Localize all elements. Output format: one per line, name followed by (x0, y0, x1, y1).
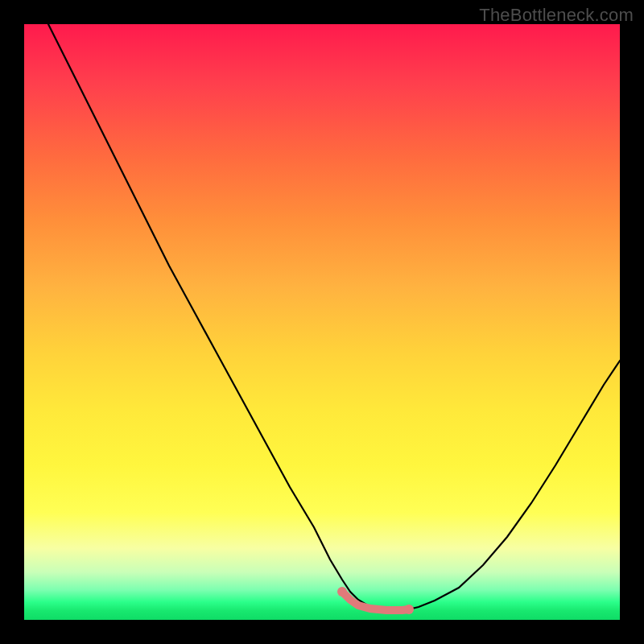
bottleneck-curve (48, 24, 620, 610)
curve-svg (24, 24, 620, 620)
highlight-dot-left (337, 587, 347, 597)
plot-area (24, 24, 620, 620)
highlight-dot-right (404, 605, 414, 614)
outer-frame: TheBottleneck.com (0, 0, 644, 644)
watermark-text: TheBottleneck.com (479, 5, 634, 26)
